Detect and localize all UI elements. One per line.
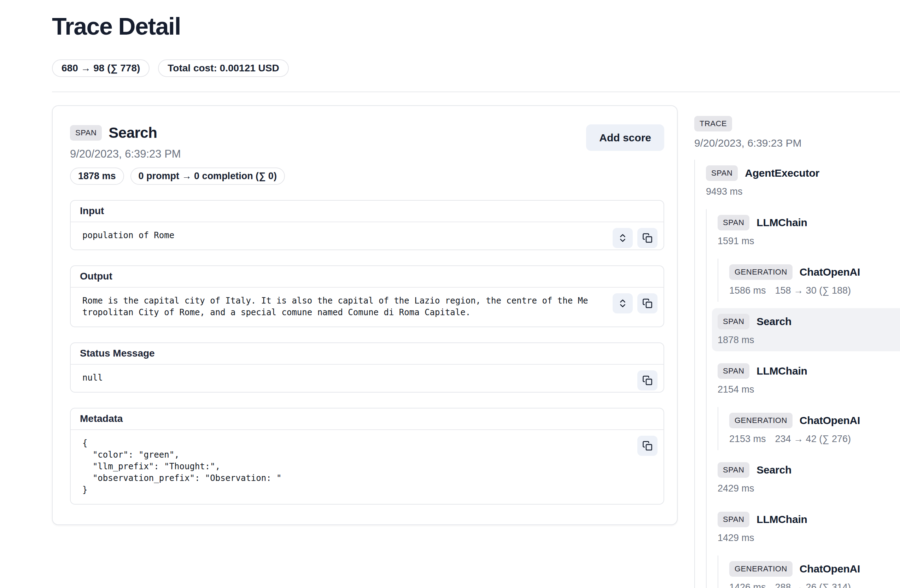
add-score-button[interactable]: Add score	[586, 124, 664, 151]
node-duration: 2429 ms	[718, 483, 754, 494]
output-value: Rome is the capital city of Italy. It is…	[82, 295, 593, 319]
trace-tree-root[interactable]: TRACE 9/20/2023, 6:39:23 PM	[694, 116, 900, 149]
trace-total-cost-badge: Total cost: 0.00121 USD	[158, 59, 289, 77]
tree-node-llmchain-2[interactable]: SPAN LLMChain 2154 ms	[712, 357, 900, 401]
trace-token-usage-badge: 680 → 98 (∑ 778)	[52, 59, 149, 77]
tree-node-search-1-selected[interactable]: SPAN Search 1878 ms	[712, 308, 900, 351]
node-duration: 1426 ms	[729, 582, 766, 588]
status-message-value: null	[82, 372, 593, 384]
agentexecutor-children: SPAN LLMChain 1591 ms GENERATION ChatOpe…	[706, 209, 900, 588]
input-copy-button[interactable]	[637, 228, 658, 248]
node-duration: 2154 ms	[718, 384, 754, 395]
node-token-usage: 234 → 42 (∑ 276)	[775, 433, 851, 444]
span-latency-badge: 1878 ms	[70, 167, 124, 185]
span-title: Search	[109, 124, 157, 141]
metadata-label: Metadata	[71, 409, 664, 430]
llmchain-1-children: GENERATION ChatOpenAI 1586 ms 158 → 30 (…	[718, 258, 900, 302]
copy-icon	[642, 375, 653, 385]
input-value: population of Rome	[82, 230, 593, 241]
tree-node-chatopenai-2[interactable]: GENERATION ChatOpenAI 2153 ms 234 → 42 (…	[724, 407, 900, 450]
trace-detail-page: Trace Detail 680 → 98 (∑ 778) Total cost…	[0, 0, 900, 588]
copy-icon	[642, 298, 653, 308]
metadata-copy-button[interactable]	[637, 436, 658, 456]
output-copy-button[interactable]	[637, 293, 658, 313]
chevrons-up-down-icon	[618, 298, 628, 308]
observation-type-badge: SPAN	[718, 462, 749, 478]
node-token-usage: 158 → 30 (∑ 188)	[775, 285, 851, 296]
span-token-badge: 0 prompt → 0 completion (∑ 0)	[130, 167, 285, 185]
llmchain-2-children: GENERATION ChatOpenAI 2153 ms 234 → 42 (…	[718, 407, 900, 450]
node-duration: 1429 ms	[718, 532, 754, 543]
trace-children: SPAN AgentExecutor 9493 ms SPAN LLMChain…	[694, 160, 900, 588]
observation-type-badge: SPAN	[718, 215, 749, 231]
header-divider	[52, 91, 900, 92]
metadata-section: Metadata { "color": "green", "llm_prefix…	[70, 408, 664, 504]
observation-type-badge: SPAN	[718, 512, 749, 527]
span-card-header: SPAN Search 9/20/2023, 6:39:23 PM 1878 m…	[70, 124, 664, 185]
node-duration: 2153 ms	[729, 433, 766, 444]
span-timestamp: 9/20/2023, 6:39:23 PM	[70, 148, 285, 161]
observation-type-badge: SPAN	[718, 363, 749, 379]
observation-type-badge: GENERATION	[729, 413, 793, 428]
output-section-label: Output	[71, 266, 664, 288]
trace-timestamp: 9/20/2023, 6:39:23 PM	[694, 137, 900, 149]
copy-icon	[642, 233, 653, 243]
status-message-section: Status Message null	[70, 342, 664, 393]
trace-tree-sidebar: TRACE 9/20/2023, 6:39:23 PM SPAN AgentEx…	[694, 105, 900, 588]
node-duration: 1591 ms	[718, 236, 754, 247]
tree-node-llmchain-3[interactable]: SPAN LLMChain 1429 ms	[712, 506, 900, 549]
status-message-label: Status Message	[71, 343, 664, 365]
trace-type-badge: TRACE	[694, 116, 732, 132]
copy-icon	[642, 441, 653, 451]
tree-node-chatopenai-3[interactable]: GENERATION ChatOpenAI 1426 ms 288 → 26 (…	[724, 556, 900, 588]
page-title: Trace Detail	[52, 14, 900, 39]
span-detail-card: SPAN Search 9/20/2023, 6:39:23 PM 1878 m…	[52, 105, 678, 525]
chevrons-up-down-icon	[618, 233, 628, 243]
llmchain-3-children: GENERATION ChatOpenAI 1426 ms 288 → 26 (…	[718, 556, 900, 588]
output-expand-button[interactable]	[613, 293, 633, 313]
status-copy-button[interactable]	[637, 370, 658, 390]
node-duration: 1586 ms	[729, 285, 766, 296]
observation-type-badge: SPAN	[718, 314, 749, 330]
tree-node-search-2[interactable]: SPAN Search 2429 ms	[712, 456, 900, 500]
tree-node-llmchain-1[interactable]: SPAN LLMChain 1591 ms	[712, 209, 900, 252]
metadata-value: { "color": "green", "llm_prefix": "Thoug…	[82, 438, 593, 496]
span-type-badge: SPAN	[70, 125, 102, 141]
tree-node-chatopenai-1[interactable]: GENERATION ChatOpenAI 1586 ms 158 → 30 (…	[724, 258, 900, 302]
input-section: Input population of Rome	[70, 200, 664, 250]
observation-type-badge: SPAN	[706, 166, 738, 181]
node-duration: 1878 ms	[718, 335, 754, 346]
input-expand-button[interactable]	[613, 228, 633, 248]
input-section-label: Input	[71, 201, 664, 222]
trace-summary-badges: 680 → 98 (∑ 778) Total cost: 0.00121 USD	[52, 59, 900, 77]
observation-type-badge: GENERATION	[729, 264, 793, 280]
output-section: Output Rome is the capital city of Italy…	[70, 265, 664, 327]
observation-type-badge: GENERATION	[729, 561, 793, 577]
node-duration: 9493 ms	[706, 186, 743, 197]
tree-node-agentexecutor[interactable]: SPAN AgentExecutor 9493 ms	[700, 160, 900, 203]
node-token-usage: 288 → 26 (∑ 314)	[775, 582, 851, 588]
